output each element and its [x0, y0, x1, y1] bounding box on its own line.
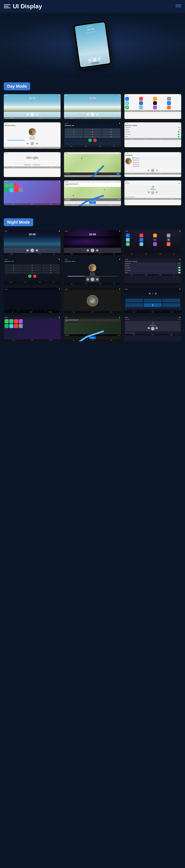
power-toggle[interactable] [178, 136, 181, 137]
night-dial-0[interactable]: 0 [23, 272, 41, 274]
night-auto-answer-toggle[interactable] [178, 267, 181, 269]
night-app-podcast[interactable] [19, 319, 23, 323]
app-spotify[interactable]: 🎵 [153, 105, 157, 110]
night-dial-grid[interactable]: 1 2 3 4 5 6 7 8 9 * 0 # [4, 264, 60, 274]
np-next[interactable]: ⏭ [155, 191, 158, 193]
app-settings-icon[interactable]: ⚙ [167, 97, 171, 101]
auto-connect-toggle[interactable] [178, 133, 181, 135]
prev-icon[interactable]: ◀◀ [88, 59, 91, 62]
social-song-1[interactable]: 华语_时间.mp3 [133, 157, 181, 159]
night-nav-btn-4[interactable] [126, 303, 143, 307]
play-pause-icon[interactable]: ⏸ [92, 58, 97, 62]
night-auto-connect[interactable]: Auto connect [125, 269, 181, 272]
night-bt-controls[interactable]: ◀◀ ▶ ▶▶ [86, 277, 99, 282]
app-waze-icon[interactable] [9, 188, 14, 192]
app-youtube-icon[interactable] [14, 188, 18, 192]
night-app-photos[interactable]: 🖼 [153, 234, 157, 237]
dial-hash[interactable]: # [102, 136, 120, 138]
app-music-icon[interactable] [14, 183, 18, 187]
social-song-3[interactable]: 华语_时间.mp3 [133, 161, 181, 163]
night-dial-4[interactable]: 4 [4, 267, 23, 269]
dial-4[interactable]: 4 [65, 131, 83, 133]
np-play[interactable]: ▶ [151, 191, 155, 194]
day-play-icon-2[interactable]: ⏸ [90, 113, 95, 116]
night-app-wifi[interactable]: 📶 [139, 242, 143, 246]
night-prev-2[interactable]: ◀◀ [86, 249, 89, 252]
night-app-settings-2[interactable] [19, 324, 23, 328]
night-bt-play[interactable]: ▶ [90, 278, 95, 281]
day-music-controls-1[interactable]: ◀◀ ⏸ ▶▶ [4, 112, 60, 117]
night-bt-next[interactable]: ▶▶ [96, 278, 99, 281]
night-power-toggle[interactable] [178, 272, 181, 273]
app-podcast-icon[interactable] [19, 183, 23, 187]
next-icon[interactable]: ▶▶ [98, 58, 101, 61]
app-wechat[interactable]: 💬 [125, 101, 129, 105]
day-next-icon-1[interactable]: ▶▶ [36, 113, 38, 116]
google-search-btn[interactable]: Google Search [24, 164, 31, 166]
night-power[interactable]: Power [125, 272, 181, 274]
night-app-phone[interactable] [4, 319, 9, 323]
settings-auto-answer[interactable]: Auto answer [125, 131, 181, 133]
social-song-4[interactable]: 华语_时间.mp3 [133, 163, 181, 165]
dial-8[interactable]: 8 [83, 133, 102, 135]
night-dial-hash[interactable]: # [42, 272, 60, 274]
not-playing-controls[interactable]: ⏮ ▶ ⏭ [126, 191, 180, 194]
night-prev-1[interactable]: ◀◀ [26, 249, 29, 252]
social-next[interactable]: ⏭ [156, 169, 158, 172]
bt-play-icon[interactable]: ▶ [30, 142, 34, 145]
dial-grid[interactable]: 1 2 3 4 5 6 7 8 9 * 0 # [65, 128, 120, 138]
dial-6[interactable]: 6 [102, 131, 120, 133]
app-spotify-icon[interactable] [4, 188, 9, 192]
night-dial-star[interactable]: * [4, 272, 23, 274]
night-dial-1[interactable]: 1 [4, 264, 23, 267]
night-app-bt2[interactable]: 📡 [167, 238, 170, 242]
night-app-spotify[interactable]: 🎵 [153, 242, 157, 246]
social-song-5[interactable]: 华语_时间.mp3 [133, 165, 181, 167]
night-dial-8[interactable]: 8 [23, 269, 41, 271]
night-dial-9[interactable]: 9 [42, 269, 60, 271]
night-app-wechat[interactable]: 💬 [126, 238, 130, 242]
night-next-1[interactable]: ▶▶ [36, 249, 38, 252]
night-nav-btn-1[interactable] [126, 299, 143, 302]
night-app-waze[interactable] [9, 324, 14, 328]
night-np-controls[interactable]: ⏮ ▶ ⏭ [126, 327, 180, 331]
app-settings-icon-2[interactable] [19, 188, 23, 192]
app-bt[interactable] [153, 101, 157, 105]
night-app-settings[interactable]: ⚙ [167, 234, 170, 237]
night-app-telegram[interactable]: ✈ [126, 234, 130, 237]
social-prev[interactable]: ⏮ [147, 169, 150, 172]
night-nav-btn-6[interactable] [162, 303, 180, 307]
night-music-controls-2[interactable]: ◀◀ ⏸ ▶▶ [64, 248, 121, 253]
np-prev[interactable]: ⏮ [148, 191, 150, 193]
night-app-msg[interactable] [9, 319, 14, 323]
dial-star[interactable]: * [65, 136, 83, 138]
coffee-map[interactable] [64, 187, 121, 198]
app-carplay[interactable]: 🚗 [139, 101, 143, 105]
night-end-call-btn[interactable]: 📵 [33, 275, 36, 278]
night-auto-connect-toggle[interactable] [178, 270, 181, 271]
night-nav-btn-2[interactable] [144, 299, 162, 302]
night-next-2[interactable]: ▶▶ [96, 249, 99, 252]
night-app-yt[interactable] [14, 324, 18, 328]
night-dial-6[interactable]: 6 [42, 267, 60, 269]
dial-3[interactable]: 3 [102, 128, 120, 130]
night-app-music-2[interactable] [14, 319, 18, 323]
app-phone-icon[interactable] [4, 183, 9, 187]
day-prev-icon-1[interactable]: ◀◀ [26, 113, 29, 116]
night-music-controls-1[interactable]: ◀◀ ⏸ ▶▶ [4, 248, 60, 253]
app-maps[interactable]: 🗺 [125, 105, 129, 110]
night-app-music[interactable]: ♪ [139, 234, 143, 237]
dial-1[interactable]: 1 [65, 128, 83, 130]
night-dial-5[interactable]: 5 [23, 267, 41, 269]
end-call-button[interactable]: 📵 [93, 138, 97, 142]
night-auto-answer[interactable]: Auto answer [125, 267, 181, 269]
social-song-2[interactable]: 华语_时间.mp3 [133, 159, 181, 161]
night-app-maps[interactable]: 🗺 [126, 242, 130, 246]
night-dial-2[interactable]: 2 [23, 264, 41, 267]
dial-0[interactable]: 0 [83, 136, 102, 138]
navigation-icon[interactable] [176, 4, 181, 8]
night-dial-3[interactable]: 3 [42, 264, 60, 267]
app-messages-icon[interactable] [9, 183, 14, 187]
social-controls[interactable]: ⏮ ▶ ⏭ [125, 168, 181, 173]
night-bt-prev[interactable]: ◀◀ [86, 278, 89, 281]
